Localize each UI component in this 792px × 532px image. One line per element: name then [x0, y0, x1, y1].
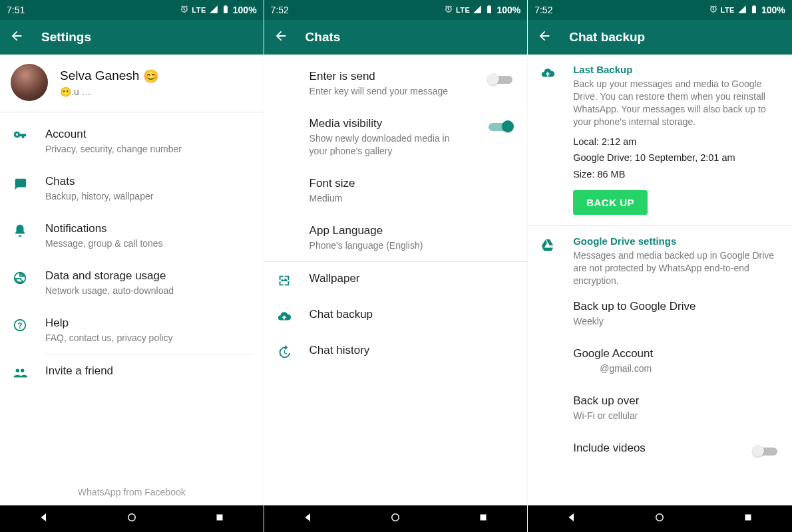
signal-icon — [737, 5, 747, 16]
backup-info: Local: 2:12 am Google Drive: 10 Septembe… — [528, 131, 792, 186]
alarm-icon — [180, 5, 189, 16]
settings-item-invite-friend[interactable]: Invite a friend — [0, 354, 264, 390]
chats-chat-backup[interactable]: Chat backup — [264, 298, 528, 334]
profile-emoji: 😊 — [143, 68, 159, 84]
item-label: Enter is send — [309, 69, 465, 84]
profile-name: Selva Ganesh — [60, 68, 139, 83]
status-right: LTE 100% — [709, 5, 785, 16]
nav-bar — [264, 505, 528, 532]
alarm-icon — [709, 5, 718, 16]
history-icon — [276, 344, 292, 360]
nav-recent-icon[interactable] — [742, 511, 754, 526]
backup-button[interactable]: BACK UP — [573, 190, 648, 215]
nav-home-icon[interactable] — [654, 511, 666, 526]
people-icon — [12, 365, 28, 381]
wallpaper-icon — [276, 273, 292, 289]
nav-bar — [0, 505, 264, 532]
back-icon[interactable] — [537, 29, 552, 46]
screen-chat-backup: 7:52 LTE 100% Chat backup Last Backup Ba… — [528, 0, 792, 532]
svg-point-4 — [392, 514, 399, 521]
status-time: 7:52 — [271, 5, 289, 15]
app-bar: Chat backup — [528, 20, 792, 55]
section-header: Google Drive settings — [573, 235, 780, 247]
back-icon[interactable] — [274, 29, 288, 46]
item-label: Chats — [45, 174, 252, 189]
profile-status: 😶.u … — [60, 86, 159, 97]
back-icon[interactable] — [9, 29, 24, 46]
settings-item-data-storage[interactable]: Data and storage usage Network usage, au… — [0, 259, 264, 307]
toggle-enter-is-send[interactable] — [487, 72, 514, 86]
battery-icon — [485, 5, 494, 16]
item-label: Invite a friend — [45, 364, 252, 378]
status-right: LTE 100% — [180, 5, 256, 16]
item-label: Media visibility — [309, 116, 465, 131]
status-time: 7:51 — [7, 5, 25, 15]
page-title: Settings — [41, 30, 91, 45]
spacer — [276, 118, 292, 134]
item-label: App Language — [309, 223, 516, 238]
backup-drive: Google Drive: 10 September, 2:01 am — [573, 150, 780, 166]
chats-chat-history[interactable]: Chat history — [264, 334, 528, 370]
status-right: LTE 100% — [444, 5, 520, 16]
section-last-backup: Last Backup Back up your messages and me… — [528, 55, 792, 131]
item-sub: Wi-Fi or cellular — [573, 410, 780, 422]
nav-recent-icon[interactable] — [477, 511, 489, 526]
gdrive-backup-frequency[interactable]: Back up to Google Drive Weekly — [528, 290, 792, 337]
app-bar: Settings — [0, 20, 264, 55]
spacer — [276, 225, 292, 241]
gdrive-include-videos[interactable]: Include videos — [528, 432, 792, 458]
settings-item-help[interactable]: ? Help FAQ, contact us, privacy policy — [0, 307, 264, 354]
chats-enter-is-send[interactable]: Enter is send Enter key will send your m… — [264, 60, 528, 107]
spacer — [540, 348, 556, 364]
item-label: Back up to Google Drive — [573, 299, 780, 314]
toggle-include-videos[interactable] — [752, 444, 779, 458]
key-icon — [12, 128, 28, 144]
app-bar: Chats — [264, 20, 528, 55]
nav-back-icon[interactable] — [38, 511, 50, 526]
cloud-up-icon — [276, 309, 292, 325]
status-lte: LTE — [721, 6, 735, 14]
chats-app-language[interactable]: App Language Phone's language (English) — [264, 214, 528, 261]
spacer — [540, 442, 556, 458]
gdrive-google-account[interactable]: Google Account @gmail.com — [528, 337, 792, 384]
toggle-media-visibility[interactable] — [487, 119, 514, 134]
item-label: Data and storage usage — [45, 269, 252, 283]
item-label: Back up over — [573, 394, 780, 408]
settings-item-notifications[interactable]: Notifications Message, group & call tone… — [0, 212, 264, 259]
status-bar: 7:52 LTE 100% — [528, 0, 792, 20]
nav-home-icon[interactable] — [126, 511, 138, 526]
section-gdrive-settings: Google Drive settings Messages and media… — [528, 226, 792, 290]
chats-wallpaper[interactable]: Wallpaper — [264, 262, 528, 298]
nav-home-icon[interactable] — [389, 511, 401, 526]
settings-item-account[interactable]: Account Privacy, security, change number — [0, 118, 264, 165]
section-desc: Messages and media backed up in Google D… — [573, 249, 780, 287]
profile-row[interactable]: Selva Ganesh 😊 😶.u … — [0, 55, 264, 112]
svg-rect-5 — [481, 515, 487, 521]
battery-icon — [221, 5, 230, 16]
status-time: 7:52 — [534, 5, 552, 15]
footer-text: WhatsApp from Facebook — [0, 471, 264, 505]
nav-recent-icon[interactable] — [214, 511, 226, 526]
item-sub: Privacy, security, change number — [45, 143, 252, 156]
item-label: Wallpaper — [309, 271, 516, 286]
help-icon: ? — [12, 317, 28, 333]
gdrive-backup-over[interactable]: Back up over Wi-Fi or cellular — [528, 384, 792, 432]
nav-back-icon[interactable] — [302, 511, 314, 526]
item-label: Notifications — [45, 221, 252, 236]
section-desc: Back up your messages and media to Googl… — [573, 78, 780, 128]
item-sub: Weekly — [573, 315, 780, 328]
spacer — [540, 395, 556, 411]
item-label: Chat backup — [309, 307, 516, 322]
page-title: Chat backup — [569, 30, 645, 45]
item-sub: Medium — [309, 192, 516, 205]
screen-settings: 7:51 LTE 100% Settings Selva Ganesh — [0, 0, 264, 532]
chats-media-visibility[interactable]: Media visibility Show newly downloaded m… — [264, 107, 528, 167]
nav-back-icon[interactable] — [566, 511, 578, 526]
chats-font-size[interactable]: Font size Medium — [264, 167, 528, 214]
signal-icon — [209, 5, 218, 16]
status-lte: LTE — [456, 6, 470, 14]
section-header: Last Backup — [573, 64, 780, 75]
alarm-icon — [444, 5, 453, 16]
settings-item-chats[interactable]: Chats Backup, history, wallpaper — [0, 165, 264, 212]
gdrive-icon — [540, 237, 556, 253]
